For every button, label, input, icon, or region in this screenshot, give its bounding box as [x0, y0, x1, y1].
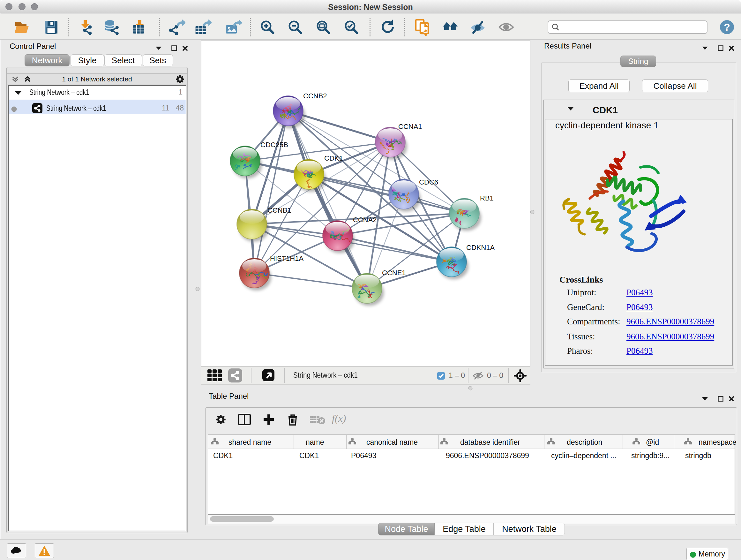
svg-text:CCNB2: CCNB2 — [303, 92, 327, 100]
svg-text:CDKN1A: CDKN1A — [466, 244, 495, 252]
svg-text:?: ? — [724, 21, 730, 33]
svg-text:CDC25B: CDC25B — [260, 141, 288, 149]
svg-text:CCNA1: CCNA1 — [398, 123, 422, 131]
svg-text:CCNB1: CCNB1 — [267, 206, 291, 214]
svg-text:CCNE1: CCNE1 — [382, 269, 406, 277]
svg-text:CDC6: CDC6 — [419, 178, 438, 186]
svg-text:RB1: RB1 — [480, 194, 494, 202]
svg-text:CCNA2: CCNA2 — [353, 216, 377, 224]
svg-text:CDK1: CDK1 — [324, 154, 343, 162]
svg-text:HIST1H1A: HIST1H1A — [270, 254, 304, 262]
